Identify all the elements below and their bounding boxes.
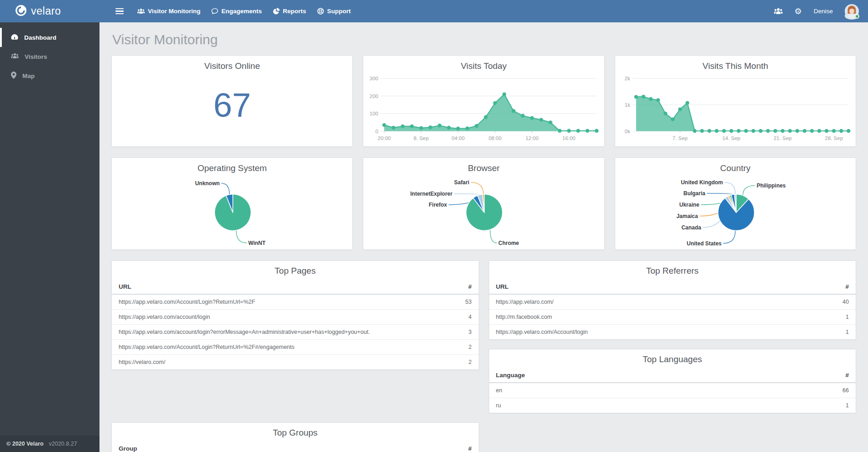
table-row: en66 — [489, 383, 856, 398]
cell-count: 2 — [453, 340, 478, 355]
cell-count: 3 — [453, 325, 478, 340]
svg-text:12:00: 12:00 — [526, 135, 539, 141]
sidebar-item-label: Dashboard — [24, 34, 57, 41]
svg-text:100: 100 — [370, 111, 378, 116]
pie-chart-icon — [273, 8, 280, 15]
card-title: Browser — [363, 158, 604, 175]
svg-text:Canada: Canada — [681, 224, 701, 231]
nav-item-support[interactable]: Support — [312, 0, 356, 22]
top-referrers-table: URL#https://app.velaro.com/40http://m.fa… — [489, 280, 856, 339]
card-title: Top Languages — [489, 349, 856, 368]
online-status-dot — [855, 14, 859, 19]
page-title: Visitor Monitoring — [112, 32, 856, 47]
svg-text:WinNT: WinNT — [248, 240, 266, 246]
svg-text:300: 300 — [370, 76, 378, 81]
browser-pie-chart: ChromeFirefoxInternetExplorerSafari — [363, 175, 604, 250]
nav-item-label: Visitor Monitoring — [148, 8, 200, 15]
column-header: Language — [489, 368, 739, 383]
svg-text:0k: 0k — [624, 129, 630, 134]
svg-text:08:00: 08:00 — [489, 135, 502, 141]
table-row: http://m.facebook.com1 — [489, 310, 856, 325]
visits-today-chart: 010020030020:008. Sep04:0008:0012:0016:0… — [363, 73, 604, 145]
cell-count: 4 — [453, 310, 478, 325]
copyright-text: © 2020 Velaro — [6, 441, 44, 447]
card-visits-today: Visits Today 010020030020:008. Sep04:000… — [363, 55, 604, 147]
navbar-right: ⚙ Denise — [774, 4, 868, 18]
sidebar-item-dashboard[interactable]: Dashboard — [0, 28, 99, 47]
svg-text:8. Sep: 8. Sep — [414, 135, 429, 141]
cell-label: https://app.velaro.com/Account/login — [489, 325, 797, 340]
top-languages-table: Language#en66ru1 — [489, 368, 856, 413]
card-top-pages: Top Pages URL#https://app.velaro.com/Acc… — [111, 260, 479, 370]
data-table: Group# — [112, 442, 479, 452]
svg-text:2k: 2k — [624, 76, 630, 81]
nav-item-engagements[interactable]: Engagements — [206, 0, 267, 22]
column-header-count: # — [453, 280, 478, 294]
sidebar-footer: © 2020 Velaro v2020.8.27 — [0, 436, 99, 452]
cell-count: 1 — [739, 398, 856, 413]
users-group-icon[interactable] — [774, 8, 783, 15]
table-row: https://app.velaro.com/account/login4 — [112, 310, 479, 325]
svg-text:Philippines: Philippines — [757, 182, 786, 189]
brand[interactable]: velaro — [0, 5, 99, 18]
table-row: ru1 — [489, 398, 856, 413]
svg-text:United States: United States — [687, 240, 722, 247]
table-row: https://app.velaro.com/Account/Login?Ret… — [112, 340, 479, 355]
avatar[interactable] — [845, 4, 859, 18]
column-header-count: # — [739, 368, 856, 383]
svg-text:04:00: 04:00 — [452, 135, 465, 141]
tachometer-icon — [11, 34, 18, 42]
cell-count: 53 — [453, 294, 478, 310]
gear-icon[interactable]: ⚙ — [795, 7, 802, 16]
right-table-stack: Top Referrers URL#https://app.velaro.com… — [489, 260, 857, 413]
card-title: Operating System — [112, 158, 352, 175]
column-header: Group — [112, 442, 351, 452]
card-title: Visits Today — [363, 56, 604, 73]
cell-label: https://app.velaro.com/Account/Login?Ret… — [112, 294, 453, 310]
user-name[interactable]: Denise — [814, 8, 833, 15]
visitors-online-value: 67 — [112, 73, 352, 138]
svg-text:Bulgaria: Bulgaria — [683, 190, 705, 197]
navbar-menu: Visitor Monitoring Engagements Reports S… — [132, 0, 356, 22]
cell-label: ru — [489, 398, 739, 413]
card-title: Top Referrers — [489, 261, 856, 280]
users-icon — [11, 53, 19, 60]
sidebar-item-visitors[interactable]: Visitors — [0, 47, 99, 66]
table-row: https://app.velaro.com/account/login?err… — [112, 325, 479, 340]
cell-label: https://app.velaro.com/ — [489, 294, 797, 310]
sidebar-item-map[interactable]: Map — [0, 66, 99, 85]
card-top-referrers: Top Referrers URL#https://app.velaro.com… — [489, 260, 857, 340]
card-title: Country — [615, 158, 856, 175]
data-table: URL#https://app.velaro.com/Account/Login… — [112, 280, 479, 369]
card-title: Top Pages — [112, 261, 479, 280]
column-header: URL — [112, 280, 453, 294]
card-top-groups: Top Groups Group# — [111, 422, 479, 452]
top-groups-table: Group# — [112, 442, 479, 452]
sidebar-menu: Dashboard Visitors Map — [0, 22, 99, 85]
column-header: URL — [489, 280, 797, 294]
cell-count: 1 — [797, 325, 856, 340]
users-icon — [137, 8, 145, 14]
top-navbar: velaro Visitor Monitoring Engagements Re… — [0, 0, 868, 22]
data-table: URL#https://app.velaro.com/40http://m.fa… — [489, 280, 856, 339]
life-ring-icon — [317, 8, 324, 15]
card-top-languages: Top Languages Language#en66ru1 — [489, 349, 857, 413]
card-country: Country PhilippinesUnited StatesCanadaJa… — [615, 157, 856, 250]
card-visitors-online: Visitors Online 67 — [111, 55, 353, 147]
nav-item-visitor-monitoring[interactable]: Visitor Monitoring — [132, 0, 206, 22]
cell-label: https://app.velaro.com/account/login?err… — [112, 325, 453, 340]
operating-system-pie-chart: WinNTUnknown — [112, 175, 352, 250]
card-title: Visitors Online — [112, 56, 352, 73]
nav-item-label: Reports — [283, 8, 306, 15]
svg-text:16:00: 16:00 — [563, 135, 576, 141]
visits-this-month-chart: 0k1k2k7. Sep14. Sep21. Sep28. Sep — [615, 73, 856, 145]
hamburger-menu-icon[interactable] — [115, 6, 125, 16]
nav-item-reports[interactable]: Reports — [267, 0, 312, 22]
sidebar-item-label: Visitors — [25, 53, 47, 60]
svg-text:Unknown: Unknown — [195, 180, 220, 187]
cell-count: 2 — [453, 355, 478, 370]
card-title: Visits This Month — [615, 56, 856, 73]
version-text: v2020.8.27 — [49, 441, 77, 447]
cell-label: https://app.velaro.com/Account/Login?Ret… — [112, 340, 453, 355]
country-pie-chart: PhilippinesUnited StatesCanadaJamaicaUkr… — [615, 175, 856, 250]
